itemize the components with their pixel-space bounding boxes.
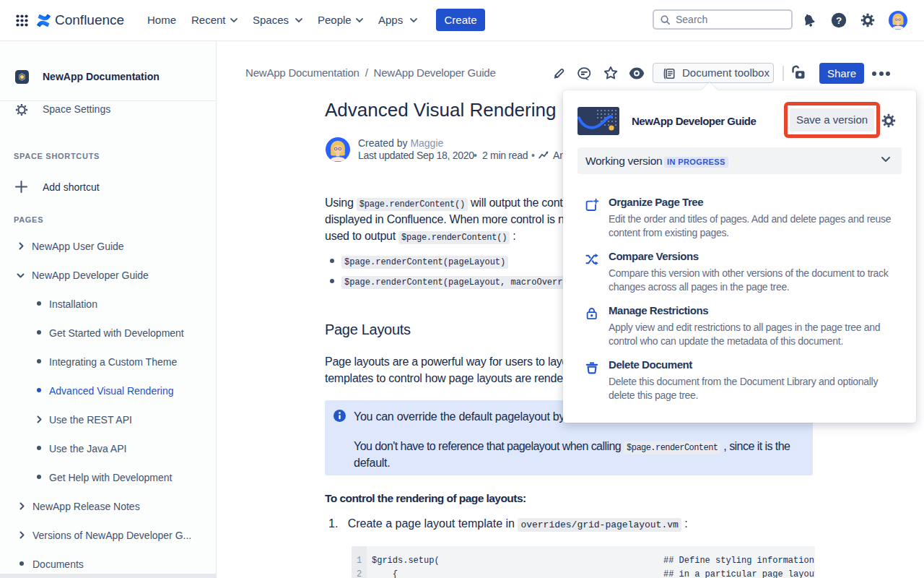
svg-text:?: ? [836, 15, 842, 26]
